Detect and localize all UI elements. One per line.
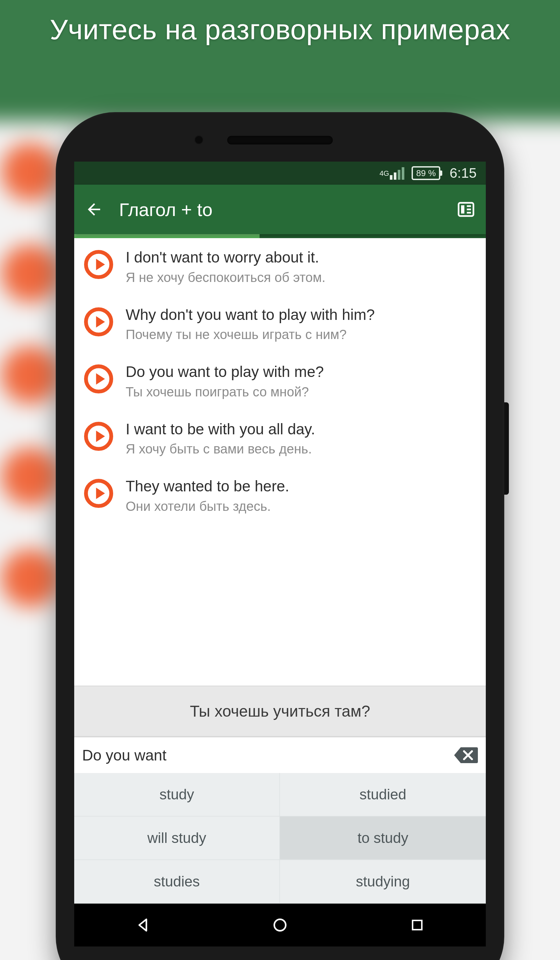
- lesson-progress-fill: [74, 234, 259, 238]
- sentence-english: Do you want to play with me?: [126, 362, 474, 382]
- svg-rect-1: [394, 173, 397, 180]
- word-option[interactable]: study: [74, 773, 280, 816]
- sentence-russian: Я хочу быть с вами весь день.: [126, 441, 474, 457]
- square-recent-icon: [409, 917, 425, 933]
- nav-home-button[interactable]: [269, 914, 291, 937]
- nav-recent-button[interactable]: [406, 914, 429, 937]
- sentence-row: I want to be with you all day.Я хочу быт…: [74, 410, 486, 467]
- play-icon: [83, 478, 114, 509]
- play-audio-button[interactable]: [83, 478, 114, 509]
- svg-point-14: [274, 920, 286, 931]
- word-options: studystudiedwill studyto studystudiesstu…: [74, 773, 486, 904]
- sentence-list: I don't want to worry about it.Я не хочу…: [74, 238, 486, 686]
- phone-screen: 4G 89 % 6:15 Глагол + to: [74, 162, 486, 947]
- signal-indicator: 4G: [379, 166, 404, 180]
- clock-label: 6:15: [450, 165, 477, 181]
- svg-rect-15: [413, 920, 422, 930]
- play-icon: [83, 421, 114, 451]
- backspace-icon: [453, 746, 478, 765]
- play-icon: [83, 249, 114, 280]
- play-audio-button[interactable]: [83, 307, 114, 337]
- svg-rect-8: [461, 205, 464, 214]
- status-bar: 4G 89 % 6:15: [74, 162, 486, 185]
- sentence-russian: Я не хочу беспокоиться об этом.: [126, 269, 474, 286]
- app-bar: Глагол + to: [74, 185, 486, 234]
- phone-side-button: [504, 402, 509, 495]
- android-nav-bar: [74, 904, 486, 947]
- sentence-english: They wanted to be here.: [126, 477, 474, 496]
- sentence-row: I don't want to worry about it.Я не хочу…: [74, 238, 486, 296]
- reading-mode-button[interactable]: [454, 198, 478, 221]
- svg-rect-0: [390, 175, 392, 180]
- circle-home-icon: [271, 917, 289, 934]
- promo-headline: Учитесь на разговорных примерах: [0, 13, 560, 46]
- sentence-english: I want to be with you all day.: [126, 420, 474, 439]
- translation-prompt: Ты хочешь учиться там?: [74, 686, 486, 737]
- answer-input[interactable]: Do you want: [82, 746, 446, 764]
- sentence-english: Why don't you want to play with him?: [126, 306, 474, 325]
- sentence-row: Do you want to play with me?Ты хочешь по…: [74, 352, 486, 410]
- play-icon: [83, 364, 114, 394]
- phone-frame: 4G 89 % 6:15 Глагол + to: [56, 112, 504, 960]
- arrow-left-icon: [85, 200, 103, 219]
- play-audio-button[interactable]: [83, 364, 114, 394]
- play-icon: [83, 307, 114, 337]
- back-button[interactable]: [82, 198, 106, 221]
- word-option[interactable]: studied: [280, 773, 486, 816]
- triangle-back-icon: [134, 917, 151, 934]
- appbar-title: Глагол + to: [119, 199, 441, 220]
- svg-rect-2: [398, 170, 400, 180]
- play-audio-button[interactable]: [83, 421, 114, 451]
- nav-back-button[interactable]: [131, 914, 154, 937]
- word-option[interactable]: studying: [280, 860, 486, 904]
- word-option[interactable]: will study: [74, 816, 280, 860]
- sentence-russian: Ты хочешь поиграть со мной?: [126, 384, 474, 400]
- sentence-russian: Почему ты не хочешь играть с ним?: [126, 326, 474, 342]
- backspace-button[interactable]: [453, 746, 478, 765]
- answer-input-row: Do you want: [74, 737, 486, 773]
- network-type-label: 4G: [379, 169, 389, 178]
- svg-rect-3: [402, 167, 404, 180]
- battery-indicator: 89 %: [411, 166, 440, 180]
- sentence-row: They wanted to be here.Они хотели быть з…: [74, 467, 486, 524]
- word-option[interactable]: studies: [74, 860, 280, 904]
- sentence-russian: Они хотели быть здесь.: [126, 498, 474, 514]
- lesson-progress: [74, 234, 486, 238]
- svg-rect-4: [459, 203, 474, 216]
- play-audio-button[interactable]: [83, 249, 114, 280]
- reader-icon: [456, 200, 476, 219]
- signal-icon: [390, 166, 404, 180]
- sentence-english: I don't want to worry about it.: [126, 248, 474, 267]
- word-option[interactable]: to study: [280, 816, 486, 860]
- sentence-row: Why don't you want to play with him?Поче…: [74, 296, 486, 353]
